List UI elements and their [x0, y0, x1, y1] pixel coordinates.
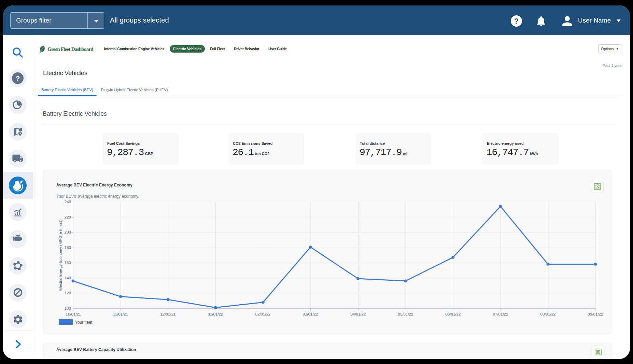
svg-text:Your fleet: Your fleet: [75, 320, 93, 325]
svg-text:02/01/22: 02/01/22: [255, 312, 271, 316]
svg-text:140: 140: [65, 276, 71, 280]
svg-text:09/01/22: 09/01/22: [588, 312, 603, 316]
svg-text:10/01/21: 10/01/21: [66, 312, 81, 316]
svg-text:11/01/21: 11/01/21: [113, 312, 128, 316]
svg-text:160: 160: [65, 261, 71, 265]
svg-text:180: 180: [65, 246, 71, 250]
svg-text:05/01/22: 05/01/22: [398, 312, 413, 316]
svg-text:04/01/22: 04/01/22: [351, 312, 366, 316]
svg-text:120: 120: [65, 291, 71, 295]
svg-text:220: 220: [65, 215, 71, 219]
svg-text:03/01/22: 03/01/22: [303, 312, 318, 316]
svg-text:08/01/22: 08/01/22: [540, 312, 556, 316]
svg-text:100: 100: [65, 306, 71, 310]
svg-text:01/01/22: 01/01/22: [208, 312, 223, 316]
svg-text:07/01/22: 07/01/22: [493, 312, 508, 316]
svg-text:200: 200: [65, 230, 71, 234]
svg-text:Electric Energy Economy (MPG-e: Electric Energy Economy (MPG-e (Imp.)): [58, 219, 62, 291]
svg-text:12/01/21: 12/01/21: [160, 312, 176, 316]
svg-text:06/01/22: 06/01/22: [446, 312, 461, 316]
svg-text:240: 240: [65, 200, 71, 204]
